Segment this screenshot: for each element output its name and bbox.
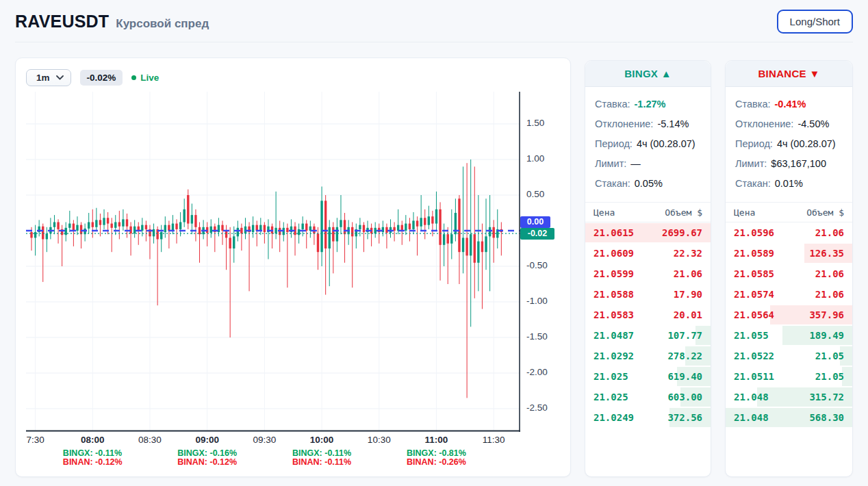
orderbook-row-bid: 21.0249372.56 bbox=[585, 407, 711, 428]
y-axis-label: -0.50 bbox=[526, 260, 548, 270]
candle-body bbox=[88, 222, 90, 229]
candle-body bbox=[110, 224, 112, 228]
timeframe-select[interactable]: 1m bbox=[26, 69, 71, 86]
long-short-button[interactable]: Long/Short bbox=[777, 10, 853, 34]
candle-body bbox=[199, 227, 201, 234]
stat-orderbook: Стакан:0.05% bbox=[595, 178, 701, 189]
candle-body bbox=[351, 227, 353, 237]
candle-body bbox=[42, 227, 44, 240]
candle-body bbox=[298, 229, 300, 235]
orderbook-price: 21.0583 bbox=[593, 309, 634, 320]
orderbook-header: Цена Объем $ bbox=[585, 202, 711, 222]
candle-body bbox=[443, 234, 445, 245]
symbol-title: RAVEUSDT bbox=[15, 12, 109, 31]
orderbook-row-ask: 21.058521.06 bbox=[726, 264, 852, 284]
candle-body bbox=[481, 242, 483, 253]
binan-annotation-value: BINAN: -0.26% bbox=[407, 458, 466, 467]
orderbook-row-bid: 21.051121.05 bbox=[726, 366, 852, 387]
orderbook-row-ask: 21.058320.01 bbox=[585, 305, 711, 325]
stat-deviation: Отклонение:-4.50% bbox=[735, 118, 843, 129]
candle-body bbox=[477, 242, 479, 263]
candle-body bbox=[126, 219, 128, 226]
orderbook-row-ask: 21.059921.06 bbox=[585, 264, 711, 284]
orderbook-volume: 17.90 bbox=[674, 289, 702, 300]
candle-body bbox=[99, 220, 101, 225]
spread-chart-canvas[interactable] bbox=[26, 92, 520, 432]
price-column-header: Цена bbox=[734, 207, 755, 218]
candle-body bbox=[172, 224, 174, 231]
zero-price-badge: 0.00 bbox=[520, 216, 550, 228]
orderbook-row-ask: 21.060922.32 bbox=[585, 243, 711, 264]
timeframe-value: 1m bbox=[36, 73, 50, 83]
binance-panel: BINANCE ▼ Ставка:-0.41% Отклонение:-4.50… bbox=[725, 60, 853, 477]
orderbook-volume: 21.05 bbox=[815, 371, 844, 382]
spread-chart: 1.501.000.50-0.50-1.00-1.50-2.00-2.500.0… bbox=[26, 92, 560, 472]
candle-body bbox=[492, 227, 494, 238]
chart-controls: 1m -0.02% Live bbox=[26, 69, 560, 86]
candle-body bbox=[465, 238, 468, 255]
orderbook-volume: 22.32 bbox=[674, 248, 702, 259]
live-dot-icon bbox=[131, 75, 136, 80]
orderbook-price: 21.0589 bbox=[734, 248, 774, 259]
candle-body bbox=[344, 220, 346, 234]
candle-body bbox=[68, 224, 71, 228]
orderbook-row-ask: 21.059621.06 bbox=[726, 222, 852, 243]
y-axis-label: -1.00 bbox=[526, 296, 548, 306]
candle-body bbox=[324, 201, 327, 248]
binance-panel-header: BINANCE ▼ bbox=[726, 61, 852, 87]
binance-name: BINANCE bbox=[758, 68, 806, 79]
bingx-stats: Ставка:-1.27% Отклонение:-5.14% Период:4… bbox=[585, 87, 711, 202]
x-axis-tick-label: 08:30 bbox=[138, 435, 162, 445]
orderbook-header: Цена Объем $ bbox=[726, 202, 852, 222]
x-axis-tick-label: 09:30 bbox=[253, 435, 276, 445]
orderbook-row-bid: 21.0292278.22 bbox=[585, 346, 711, 366]
orderbook-price: 21.048 bbox=[734, 412, 769, 423]
title-group: RAVEUSDT Курсовой спред bbox=[15, 12, 209, 31]
candle-body bbox=[332, 227, 334, 242]
orderbook-volume: 21.06 bbox=[815, 289, 844, 300]
orderbook-price: 21.0596 bbox=[734, 227, 774, 238]
candle-body bbox=[76, 225, 78, 231]
orderbook-price: 21.0609 bbox=[593, 248, 634, 259]
candle-body bbox=[191, 215, 193, 223]
candle-body bbox=[264, 225, 266, 232]
orderbook-row-bid: 21.055189.49 bbox=[726, 325, 852, 346]
candle-body bbox=[412, 220, 414, 229]
candle-body bbox=[183, 209, 186, 222]
candle-body bbox=[428, 216, 430, 225]
candle-body bbox=[122, 219, 124, 226]
orderbook-price: 21.055 bbox=[734, 330, 769, 341]
orderbook-row-bid: 21.048568.30 bbox=[726, 407, 852, 428]
bingx-orderbook: Цена Объем $ 21.06152699.6721.060922.322… bbox=[585, 202, 711, 428]
orderbook-row-ask: 21.0564357.96 bbox=[726, 305, 852, 325]
orderbook-price: 21.0292 bbox=[593, 350, 634, 361]
main-content: 1m -0.02% Live 1.501.000.50-0.50-1.00-1.… bbox=[15, 57, 853, 477]
y-axis-label: -2.50 bbox=[526, 402, 548, 413]
binance-orderbook: Цена Объем $ 21.059621.0621.0589126.3521… bbox=[726, 202, 852, 428]
orderbook-row-ask: 21.058817.90 bbox=[585, 284, 711, 305]
y-axis-label: 1.50 bbox=[526, 118, 544, 128]
orderbook-price: 21.0249 bbox=[593, 412, 634, 423]
candle-body bbox=[175, 224, 177, 229]
orderbook-price: 21.0522 bbox=[734, 350, 774, 361]
candle-body bbox=[229, 238, 231, 248]
candle-body bbox=[46, 233, 48, 239]
binan-annotation-value: BINAN: -0.11% bbox=[292, 458, 351, 467]
stat-period: Период:4ч (00.28.07) bbox=[595, 138, 701, 149]
page-header: RAVEUSDT Курсовой спред Long/Short bbox=[15, 0, 853, 42]
orderbook-row-ask: 21.0589126.35 bbox=[726, 243, 852, 264]
candle-body bbox=[194, 215, 196, 227]
orderbook-price: 21.025 bbox=[593, 392, 628, 402]
candle-body bbox=[305, 224, 307, 231]
orderbook-row-bid: 21.052221.05 bbox=[726, 346, 852, 366]
candle-body bbox=[133, 227, 136, 233]
y-axis-label: 1.00 bbox=[526, 153, 544, 164]
candle-body bbox=[359, 225, 361, 229]
candle-body bbox=[252, 225, 254, 232]
orderbook-volume: 126.35 bbox=[809, 248, 844, 259]
spread-annotation: BINGX: -0.11%BINAN: -0.12% bbox=[63, 449, 123, 467]
orderbook-price: 21.0564 bbox=[734, 309, 774, 320]
candle-body bbox=[435, 209, 437, 224]
candle-body bbox=[240, 228, 242, 233]
y-axis-gutter: 1.501.000.50-0.50-1.00-1.50-2.00-2.500.0… bbox=[520, 92, 561, 432]
